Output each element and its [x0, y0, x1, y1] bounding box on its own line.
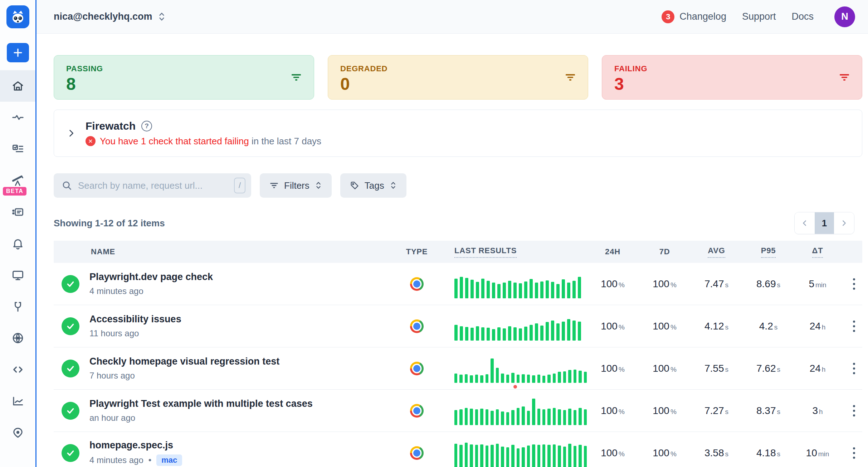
check-last-run-time: 4 minutes ago	[89, 455, 143, 465]
table-row[interactable]: Playwright Test example with multiple te…	[54, 390, 862, 432]
tag-icon	[350, 180, 360, 191]
metric-p95: 8.37s	[742, 405, 794, 417]
chrome-browser-icon	[410, 362, 424, 375]
check-name[interactable]: Accessibility issues	[89, 314, 390, 325]
metric-p95: 8.69s	[742, 278, 794, 290]
passing-count: 8	[66, 76, 302, 93]
check-list-icon	[11, 143, 24, 155]
header-p95[interactable]: P95	[742, 246, 794, 258]
last-results-bars[interactable]	[454, 312, 587, 341]
status-passing-icon	[62, 317, 79, 335]
last-results-bars[interactable]	[454, 354, 587, 383]
sidebar-item-checks[interactable]	[0, 133, 35, 165]
table-row[interactable]: Accessibility issues 11 hours ago 100% 1…	[54, 305, 862, 347]
header-24h[interactable]: 24H	[587, 247, 639, 256]
sidebar-item-test-sessions[interactable]	[0, 196, 35, 228]
check-name[interactable]: homepage.spec.js	[89, 440, 390, 451]
chevron-updown-icon	[389, 181, 397, 190]
metric-24h: 100%	[587, 278, 639, 290]
sidebar-item-home[interactable]	[0, 70, 35, 102]
metric-p95: 7.62s	[742, 363, 794, 374]
top-navigation: 3 Changelog Support Docs N	[662, 6, 855, 27]
row-menu-kebab-icon[interactable]	[851, 403, 857, 419]
search-icon	[62, 180, 72, 191]
sidebar-item-monitoring[interactable]	[0, 102, 35, 133]
row-menu-kebab-icon[interactable]	[851, 445, 857, 461]
last-results-bars[interactable]	[454, 439, 587, 467]
header-avg[interactable]: AVG	[691, 246, 742, 258]
header-delta-t[interactable]: ΔT	[794, 246, 841, 258]
metric-p95: 4.18s	[742, 447, 794, 459]
table-row[interactable]: homepage.spec.js 4 minutes ago • mac 100…	[54, 432, 862, 467]
tags-label: Tags	[365, 180, 384, 191]
search-input[interactable]	[78, 180, 228, 191]
checkly-app: BETA	[0, 0, 868, 467]
firewatch-title: Firewatch	[86, 120, 136, 132]
chrome-browser-icon	[410, 277, 424, 291]
passing-card[interactable]: PASSING 8	[54, 55, 314, 100]
checkly-logo[interactable]	[0, 0, 35, 34]
tags-button[interactable]: Tags	[340, 173, 406, 198]
failed-run-dot[interactable]	[513, 385, 517, 389]
sidebar-item-snippets[interactable]	[0, 354, 35, 385]
filter-icon[interactable]	[290, 71, 302, 83]
filter-toolbar: / Filters Tags	[54, 173, 862, 198]
sidebar-item-private-locations-globe[interactable]	[0, 322, 35, 354]
sidebar-item-alerts[interactable]	[0, 228, 35, 259]
header-7d[interactable]: 7D	[639, 247, 691, 256]
chevron-right-icon	[840, 219, 848, 227]
sidebar-item-analytics[interactable]	[0, 385, 35, 417]
sidebar-item-dashboards[interactable]	[0, 259, 35, 291]
header-name[interactable]: NAME	[89, 247, 390, 256]
check-name[interactable]: Playwright.dev page check	[89, 271, 390, 283]
expand-chevron-icon[interactable]	[66, 128, 76, 138]
filter-icon[interactable]	[564, 71, 576, 83]
sidebar-item-firewatch-telescope[interactable]: BETA	[0, 165, 35, 196]
metric-delta-t: 5min	[794, 278, 841, 290]
list-meta-row: Showing 1-12 of 12 items 1	[54, 212, 862, 234]
globe-eye-icon	[11, 332, 24, 345]
bell-icon	[11, 237, 24, 250]
row-menu-kebab-icon[interactable]	[851, 318, 857, 334]
last-results-bars[interactable]	[454, 396, 587, 425]
failing-card[interactable]: FAILING 3	[602, 55, 862, 100]
current-page[interactable]: 1	[815, 212, 834, 234]
support-link[interactable]: Support	[742, 11, 776, 22]
row-menu-kebab-icon[interactable]	[851, 361, 857, 376]
check-name[interactable]: Checkly homepage visual regression test	[89, 356, 390, 367]
chrome-browser-icon	[410, 404, 424, 418]
row-menu-kebab-icon[interactable]	[851, 276, 857, 292]
sidebar-item-locations[interactable]	[0, 417, 35, 448]
help-icon[interactable]: ?	[141, 121, 152, 131]
next-page-button[interactable]	[834, 212, 854, 234]
account-switcher[interactable]: nica@checklyhq.com	[54, 11, 166, 22]
filters-button[interactable]: Filters	[260, 173, 332, 198]
check-last-run-time: 11 hours ago	[89, 328, 139, 338]
test-sessions-icon	[11, 206, 24, 218]
metric-7d: 100%	[639, 278, 691, 290]
changelog-link[interactable]: 3 Changelog	[662, 10, 726, 23]
metric-delta-t: 10min	[794, 447, 841, 459]
sidebar-item-maintenance[interactable]	[0, 291, 35, 322]
check-name[interactable]: Playwright Test example with multiple te…	[89, 398, 390, 409]
header-type[interactable]: TYPE	[390, 247, 444, 256]
firewatch-alert-strong: You have 1 check that started failing	[100, 136, 249, 146]
dot-separator: •	[148, 455, 151, 465]
filters-label: Filters	[284, 180, 309, 191]
header-last-results[interactable]: LAST RESULTS	[444, 246, 587, 258]
previous-page-button[interactable]	[795, 212, 815, 234]
degraded-count: 0	[340, 76, 576, 93]
last-results-bars[interactable]	[454, 270, 587, 298]
user-avatar[interactable]: N	[834, 6, 855, 27]
table-row[interactable]: Checkly homepage visual regression test …	[54, 347, 862, 390]
degraded-card[interactable]: DEGRADED 0	[328, 55, 588, 100]
create-new-button[interactable]	[7, 43, 29, 62]
checks-table: NAME TYPE LAST RESULTS 24H 7D AVG P95 ΔT…	[54, 241, 862, 467]
filter-icon[interactable]	[838, 71, 850, 83]
chevron-updown-icon	[314, 181, 322, 190]
docs-link[interactable]: Docs	[791, 11, 814, 22]
search-box[interactable]: /	[54, 173, 251, 198]
metric-avg: 7.47s	[691, 278, 742, 290]
firewatch-alert-rest: in the last 7 days	[249, 136, 321, 146]
table-row[interactable]: Playwright.dev page check 4 minutes ago …	[54, 263, 862, 305]
